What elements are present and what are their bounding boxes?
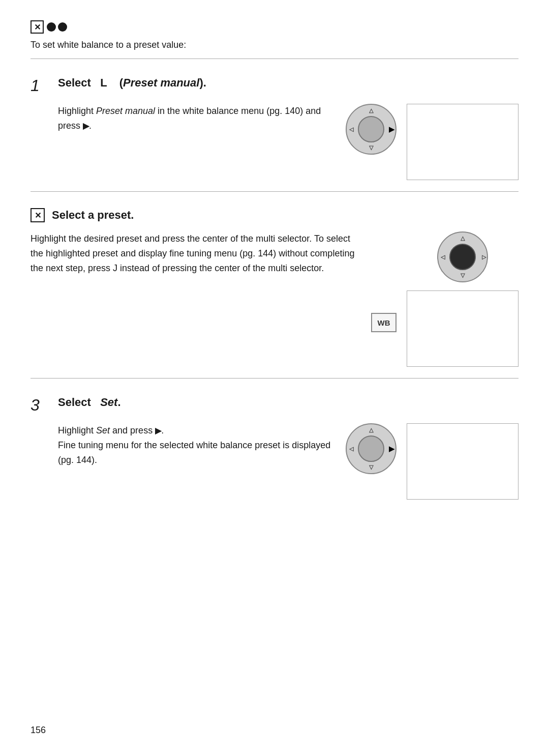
step1-preset-manual: Preset manual	[123, 76, 199, 89]
step1-preset-manual-italic: Preset manual	[94, 106, 155, 116]
step3-arrow-up: △	[369, 427, 373, 433]
divider-step3	[30, 378, 518, 379]
step3-arrow: ▶	[155, 426, 161, 435]
step1-dial: △ ▽ ◁ ▶	[346, 104, 396, 155]
step2-header-row: ✕ Select a preset.	[30, 199, 518, 226]
step1-arrow-left: ◁	[349, 126, 353, 133]
step3-body: Highlight Set and press ▶. Fine tuning m…	[30, 417, 518, 504]
step1-text: Highlight Preset manual in the white bal…	[58, 104, 333, 133]
step1-select-keyword: Select	[58, 76, 91, 89]
step1-preview-box	[407, 104, 518, 180]
step3-highlight-label: Highlight	[58, 425, 96, 435]
step3-visual: △ ▽ ◁ ▶	[346, 423, 518, 500]
step2-dial: △ ▽ ◁ ▷	[437, 231, 488, 282]
step3-period-body: .	[161, 425, 164, 435]
step3-number: 3	[30, 396, 49, 413]
divider-top	[30, 59, 518, 59]
step1-body: Highlight Preset manual in the white bal…	[30, 98, 518, 184]
page-number: 156	[30, 725, 46, 736]
step2-visual: WB △ ▽ ◁ ▷	[371, 231, 518, 367]
step3-arrow-left: ◁	[349, 446, 353, 452]
step3-fine-tuning: Fine tuning menu for the selected white …	[58, 440, 330, 465]
step1-paren-close: ).	[199, 76, 206, 89]
step2-cross-icon: ✕	[30, 208, 45, 222]
divider-step2	[30, 191, 518, 192]
step1-visual: △ ▽ ◁ ▶	[346, 104, 518, 180]
wb-icon-group: ✕	[30, 20, 67, 34]
step1-period: .	[89, 121, 92, 131]
dot-group	[47, 22, 67, 32]
step1-title: Select L (Preset manual).	[58, 76, 206, 90]
step2-arrow-up: △	[461, 235, 465, 242]
step3-dial: △ ▽ ◁ ▶	[346, 423, 396, 474]
dot-2	[58, 22, 67, 32]
cross-box-icon: ✕	[30, 20, 44, 34]
step3-set-italic: Set	[100, 396, 117, 409]
step1-arrow-down: ▽	[369, 144, 373, 151]
wb-badge: WB	[371, 313, 396, 332]
step3-set-italic-body: Set	[96, 425, 110, 435]
step3-title: Select Set.	[58, 396, 121, 409]
step2-section: ✕ Select a preset. Highlight the desired…	[30, 199, 518, 371]
step3-period: .	[117, 396, 120, 409]
step3-select-keyword: Select	[58, 396, 91, 409]
step3-arrow-down: ▽	[369, 464, 373, 471]
step1-number: 1	[30, 76, 49, 94]
step1-arrow-right: ▶	[389, 125, 394, 133]
step2-body: Highlight the desired preset and press t…	[30, 226, 518, 371]
intro-text: To set white balance to a preset value:	[30, 40, 518, 50]
step3-preview-box	[407, 423, 518, 500]
step2-arrow-down: ▽	[461, 272, 465, 279]
step3-header-row: 3 Select Set.	[30, 386, 518, 417]
step2-text: Highlight the desired preset and press t…	[30, 231, 359, 275]
step3-and-press: and press	[110, 425, 155, 435]
dot-1	[47, 22, 56, 32]
step3-text: Highlight Set and press ▶. Fine tuning m…	[58, 423, 333, 467]
step1-arrow-up: △	[369, 107, 373, 114]
step1-highlight-label: Highlight	[58, 106, 94, 116]
step3-arrow-right: ▶	[389, 445, 394, 453]
header-symbols: ✕	[30, 20, 518, 34]
step1-paren-open: (	[119, 76, 123, 89]
step2-preview-box	[407, 290, 518, 367]
step1-arrow: ▶	[83, 122, 89, 130]
step2-title: Select a preset.	[52, 209, 134, 222]
step2-dial-center	[449, 244, 476, 270]
step2-arrow-right: ▷	[482, 254, 486, 260]
step1-l-char: L	[100, 76, 107, 89]
step1-header-row: 1 Select L (Preset manual).	[30, 66, 518, 98]
step3-dial-inner	[358, 435, 384, 462]
step2-arrow-left: ◁	[441, 254, 445, 260]
step1-dial-inner	[358, 116, 384, 142]
